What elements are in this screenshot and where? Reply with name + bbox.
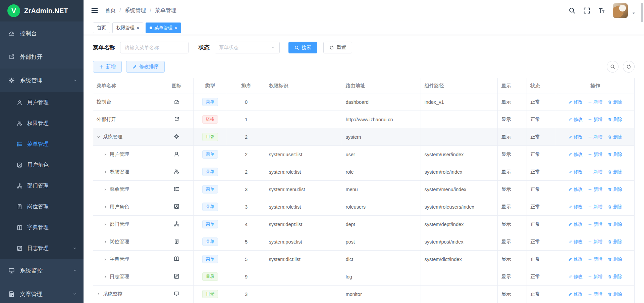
row-expand-icon[interactable] [97, 135, 101, 139]
row-expand-icon[interactable] [103, 187, 107, 191]
active-tab-dot [150, 27, 152, 29]
row-action-add[interactable]: 新增 [588, 134, 602, 140]
row-action-add[interactable]: 新增 [588, 256, 602, 262]
row-action-delete[interactable]: 删除 [608, 204, 622, 210]
row-action-add[interactable]: 新增 [588, 99, 602, 105]
row-action-add[interactable]: 新增 [588, 204, 602, 210]
row-action-edit[interactable]: 修改 [568, 221, 583, 227]
row-action-edit[interactable]: 修改 [568, 134, 583, 140]
reset-button[interactable]: 重置 [323, 42, 352, 53]
row-action-add[interactable]: 新增 [588, 291, 602, 297]
row-expand-icon[interactable] [103, 205, 107, 209]
row-action-delete[interactable]: 删除 [608, 99, 622, 105]
row-action-edit[interactable]: 修改 [568, 186, 583, 192]
cell-perm: system:menu:list [265, 181, 342, 198]
row-action-edit[interactable]: 修改 [568, 291, 583, 297]
table-row[interactable]: 字典管理菜单5system:dict:listdictsystem/dict/i… [93, 251, 635, 268]
caret-down-icon[interactable] [632, 11, 636, 16]
cell-component: system/dept/index [421, 216, 498, 233]
cell-component [421, 268, 498, 286]
row-expand-icon[interactable] [103, 275, 107, 279]
row-action-add[interactable]: 新增 [588, 186, 602, 192]
row-action-delete[interactable]: 删除 [608, 152, 622, 158]
table-row[interactable]: 系统管理目录2system显示正常修改新增删除 [93, 128, 635, 146]
row-action-delete[interactable]: 删除 [608, 274, 622, 280]
breadcrumb-item[interactable]: 菜单管理 [155, 7, 176, 14]
sidebar-item-monitor[interactable]: 系统监控 [0, 259, 84, 282]
row-action-edit[interactable]: 修改 [568, 274, 583, 280]
toggle-search-button[interactable] [607, 61, 619, 73]
row-action-edit[interactable]: 修改 [568, 204, 583, 210]
row-expand-icon[interactable] [103, 240, 107, 244]
breadcrumb-item[interactable]: 首页 [105, 7, 116, 14]
avatar[interactable] [613, 3, 628, 18]
hamburger-icon[interactable] [91, 7, 98, 14]
search-button[interactable]: 搜索 [288, 42, 317, 53]
row-action-delete[interactable]: 删除 [608, 239, 622, 245]
refresh-table-button[interactable] [623, 61, 635, 73]
row-action-delete[interactable]: 删除 [608, 134, 622, 140]
breadcrumb-item[interactable]: 系统管理 [124, 7, 146, 14]
row-action-edit[interactable]: 修改 [568, 99, 583, 105]
row-expand-icon[interactable] [97, 292, 101, 296]
font-size-icon[interactable] [598, 7, 605, 14]
row-action-add[interactable]: 新增 [588, 152, 602, 158]
row-action-edit[interactable]: 修改 [568, 256, 583, 262]
sidebar-subitem-roleusers[interactable]: 用户角色 [0, 155, 84, 175]
sidebar-subitem-dept[interactable]: 部门管理 [0, 175, 84, 196]
table-row[interactable]: 系统监控目录3monitor显示正常修改新增删除 [93, 286, 635, 303]
sidebar-subitem-role[interactable]: 权限管理 [0, 113, 84, 134]
sidebar-subitem-menu[interactable]: 菜单管理 [0, 134, 84, 155]
close-icon[interactable]: × [137, 26, 139, 30]
menu-name-input[interactable] [120, 42, 189, 53]
row-action-edit[interactable]: 修改 [568, 117, 583, 123]
cell-type: 菜单 [193, 233, 227, 251]
add-button[interactable]: 新增 [93, 61, 122, 73]
row-action-delete[interactable]: 删除 [608, 221, 622, 227]
row-expand-icon[interactable] [103, 257, 107, 261]
search-icon[interactable] [569, 7, 576, 14]
sidebar-item-external[interactable]: 外部打开 [0, 45, 84, 69]
fullscreen-icon[interactable] [583, 7, 590, 14]
sidebar-item-article[interactable]: 文章管理 [0, 282, 84, 303]
row-action-delete[interactable]: 删除 [608, 117, 622, 123]
row-action-edit[interactable]: 修改 [568, 169, 583, 175]
row-expand-icon[interactable] [103, 153, 107, 157]
row-action-delete[interactable]: 删除 [608, 256, 622, 262]
sidebar-item-dashboard[interactable]: 控制台 [0, 21, 84, 45]
row-action-delete[interactable]: 删除 [608, 291, 622, 297]
row-action-add[interactable]: 新增 [588, 239, 602, 245]
table-row[interactable]: 用户角色菜单3system:role:listroleuserssystem/r… [93, 198, 635, 216]
table-row[interactable]: 用户管理菜单2system:user:listusersystem/user/i… [93, 146, 635, 163]
row-expand-icon[interactable] [103, 222, 107, 226]
table-row[interactable]: 岗位管理菜单5system:post:listpostsystem/post/i… [93, 233, 635, 251]
table-row[interactable]: 权限管理菜单2system:role:listrolesystem/role/i… [93, 163, 635, 181]
row-action-add[interactable]: 新增 [588, 221, 602, 227]
close-icon[interactable]: × [174, 26, 177, 30]
sidebar-item-system[interactable]: 系统管理 [0, 69, 84, 92]
tab-role[interactable]: 权限管理× [112, 23, 143, 33]
sidebar-subitem-log[interactable]: 日志管理 [0, 238, 84, 259]
status-select[interactable]: 菜单状态 [215, 42, 280, 53]
row-action-delete[interactable]: 删除 [608, 169, 622, 175]
sidebar-subitem-dict[interactable]: 字典管理 [0, 217, 84, 238]
row-action-add[interactable]: 新增 [588, 117, 602, 123]
table-row[interactable]: 控制台菜单0dashboardindex_v1显示正常修改新增删除 [93, 93, 635, 111]
sidebar-subitem-user[interactable]: 用户管理 [0, 92, 84, 113]
table-row[interactable]: 部门管理菜单4system:dept:listdeptsystem/dept/i… [93, 216, 635, 233]
row-action-delete[interactable]: 删除 [608, 186, 622, 192]
modify-sort-button[interactable]: 修改排序 [126, 61, 165, 73]
table-row[interactable]: 外部打开链接1http://www.izhaorui.cn显示正常修改新增删除 [93, 111, 635, 128]
tab-menu[interactable]: 菜单管理× [146, 23, 181, 33]
tab-home[interactable]: 首页 [93, 23, 110, 33]
row-action-add[interactable]: 新增 [588, 169, 602, 175]
table-row[interactable]: 日志管理目录9log显示正常修改新增删除 [93, 268, 635, 286]
sidebar-subitem-post[interactable]: 岗位管理 [0, 196, 84, 217]
table-row[interactable]: 菜单管理菜单3system:menu:listmenusystem/menu/i… [93, 181, 635, 198]
row-action-add[interactable]: 新增 [588, 274, 602, 280]
app-logo[interactable]: V ZrAdmin.NET [0, 0, 84, 21]
row-action-edit[interactable]: 修改 [568, 239, 583, 245]
scrollbar[interactable] [641, 3, 643, 22]
row-expand-icon[interactable] [103, 170, 107, 174]
row-action-edit[interactable]: 修改 [568, 152, 583, 158]
